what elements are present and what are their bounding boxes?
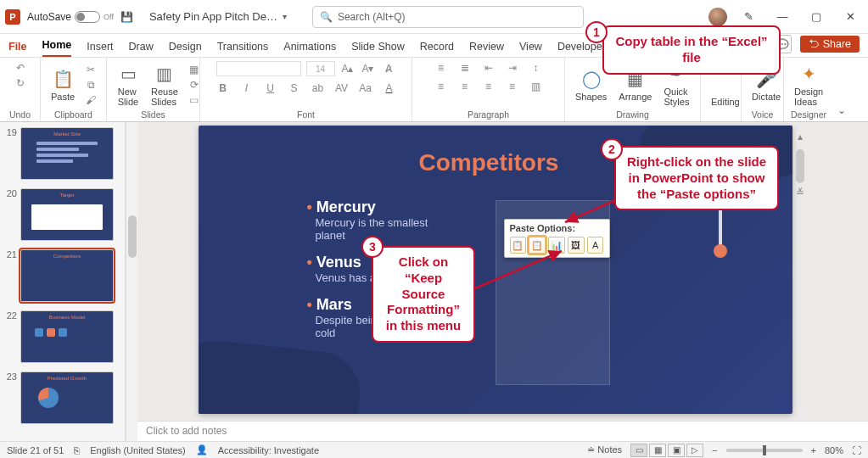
document-title[interactable]: Safety Pin App Pitch De… — [149, 10, 277, 23]
cut-button[interactable]: ✂ — [83, 63, 98, 76]
accessibility-icon[interactable]: 👤 — [196, 444, 208, 455]
thumb-slide-23[interactable]: Predicted Growth — [20, 371, 114, 424]
paste-text-only[interactable]: A — [587, 237, 604, 254]
view-slideshow[interactable]: ▷ — [686, 444, 703, 457]
notes-pane[interactable]: Click to add notes — [137, 421, 868, 441]
paste-keep-source-formatting[interactable]: 📋 — [529, 237, 546, 254]
autosave-label: AutoSave — [27, 11, 71, 23]
align-right-button[interactable]: ≡ — [481, 80, 496, 93]
tab-draw[interactable]: Draw — [129, 41, 154, 57]
canvas-scroll-thumb[interactable] — [796, 149, 804, 183]
justify-button[interactable]: ≡ — [505, 80, 520, 93]
thumb-num-20: 20 — [3, 188, 17, 198]
thumb-slide-22[interactable]: Business Model — [20, 310, 114, 363]
toggle-track[interactable] — [75, 11, 100, 23]
thumb-title: Predicted Growth — [48, 376, 87, 381]
tab-home[interactable]: Home — [42, 39, 72, 57]
paste-options-title: Paste Options: — [510, 223, 604, 233]
bullets-button[interactable]: ≡ — [434, 61, 449, 75]
view-reading[interactable]: ▣ — [668, 444, 685, 457]
underline-button[interactable]: U — [263, 81, 278, 95]
align-left-button[interactable]: ≡ — [434, 80, 449, 93]
zoom-slider-thumb[interactable] — [763, 445, 766, 455]
window-close[interactable]: ✕ — [837, 4, 863, 30]
autosave-state: Off — [104, 13, 114, 21]
paste-picture[interactable]: 🖼 — [568, 237, 585, 254]
tab-transitions[interactable]: Transitions — [217, 41, 269, 57]
changecase-button[interactable]: Aa — [358, 81, 373, 95]
editing-button[interactable]: Editing — [708, 73, 743, 107]
shadow-button[interactable]: ab — [311, 81, 326, 95]
next-slide-icon[interactable]: ≚ — [796, 187, 804, 198]
numbering-button[interactable]: ≣ — [457, 61, 473, 75]
strike-button[interactable]: S — [287, 81, 302, 95]
align-center-button[interactable]: ≡ — [457, 80, 473, 93]
fit-to-window[interactable]: ⛶ — [852, 445, 861, 455]
italic-button[interactable]: I — [239, 81, 255, 95]
share-button[interactable]: ⮌Share — [800, 36, 860, 53]
zoom-out[interactable]: − — [712, 445, 717, 455]
indent-dec-button[interactable]: ⇤ — [481, 61, 496, 75]
thumbs-scrollbar[interactable] — [126, 122, 137, 441]
view-normal[interactable]: ▭ — [630, 444, 647, 457]
user-avatar[interactable] — [708, 8, 727, 26]
tab-developer[interactable]: Developer — [557, 41, 606, 57]
ribbon-collapse-icon[interactable]: ⌄ — [832, 58, 852, 121]
tab-review[interactable]: Review — [469, 41, 504, 57]
design-ideas-button[interactable]: ✦Design Ideas — [791, 63, 826, 107]
thumb-slide-21[interactable]: Competitors — [20, 249, 114, 302]
slide-title[interactable]: Competitors — [419, 149, 559, 176]
indent-inc-button[interactable]: ⇥ — [505, 61, 520, 75]
thumb-title: Business Model — [49, 315, 85, 320]
spellcheck-icon[interactable]: ⎘ — [74, 445, 80, 455]
quick-styles-label: Quick Styles — [664, 87, 689, 107]
tab-animations[interactable]: Animations — [283, 41, 336, 57]
search-input[interactable]: 🔍 Search (Alt+Q) — [312, 6, 584, 28]
window-maximize[interactable]: ▢ — [804, 4, 829, 30]
format-painter-button[interactable]: 🖌 — [83, 93, 98, 107]
tab-insert[interactable]: Insert — [87, 41, 113, 57]
save-icon[interactable]: 💾 — [119, 8, 136, 25]
group-editing-label — [708, 118, 734, 120]
new-slide-button[interactable]: ▭New Slide — [114, 63, 143, 107]
scroll-up-icon[interactable]: ▴ — [798, 131, 803, 142]
tab-slideshow[interactable]: Slide Show — [351, 41, 405, 57]
redo-button[interactable]: ↻ — [13, 76, 28, 90]
autosave-toggle[interactable]: AutoSave Off — [27, 11, 114, 23]
undo-button[interactable]: ↶ — [13, 61, 28, 75]
font-color-button[interactable]: A — [382, 81, 397, 95]
bold-button[interactable]: B — [216, 81, 231, 95]
accessibility-status[interactable]: Accessibility: Investigate — [218, 445, 319, 455]
thumb-slide-20[interactable]: Target — [20, 188, 114, 241]
font-size-input[interactable]: 14 — [306, 61, 335, 76]
paste-use-destination-theme[interactable]: 📋 — [510, 237, 527, 254]
notes-toggle[interactable]: ≐ Notes — [587, 444, 622, 455]
shrink-font-button[interactable]: A▾ — [361, 62, 376, 75]
charspace-button[interactable]: AV — [334, 81, 350, 95]
tab-design[interactable]: Design — [169, 41, 202, 57]
language-status[interactable]: English (United States) — [90, 445, 186, 455]
thumb-slide-19[interactable]: Market Size — [20, 127, 114, 180]
tab-view[interactable]: View — [519, 41, 542, 57]
zoom-slider[interactable] — [726, 449, 803, 452]
linespace-button[interactable]: ↕ — [529, 61, 544, 75]
tab-file[interactable]: File — [8, 41, 27, 57]
columns-button[interactable]: ▥ — [529, 80, 544, 93]
reuse-slides-button[interactable]: ▥Reuse Slides — [148, 63, 182, 107]
view-sorter[interactable]: ▦ — [649, 444, 666, 457]
clear-format-button[interactable]: A̷ — [381, 62, 396, 75]
paste-embed[interactable]: 📊 — [548, 237, 565, 254]
group-voice-label: Voice — [748, 108, 776, 120]
copy-button[interactable]: ⧉ — [83, 78, 98, 92]
slide-counter[interactable]: Slide 21 of 51 — [7, 445, 64, 455]
callout-badge-3: 3 — [361, 236, 384, 258]
zoom-level[interactable]: 80% — [825, 445, 843, 455]
thumbs-scroll-thumb[interactable] — [128, 215, 137, 258]
paste-button[interactable]: 📋Paste — [48, 68, 78, 102]
tab-record[interactable]: Record — [420, 41, 454, 57]
zoom-in[interactable]: + — [811, 445, 816, 455]
design-ideas-icon: ✦ — [798, 63, 820, 85]
doc-caret-icon[interactable]: ▾ — [283, 12, 287, 21]
grow-font-button[interactable]: A▴ — [340, 62, 356, 75]
callout-3: Click on “Keep Source Formatting” in thi… — [372, 246, 475, 343]
